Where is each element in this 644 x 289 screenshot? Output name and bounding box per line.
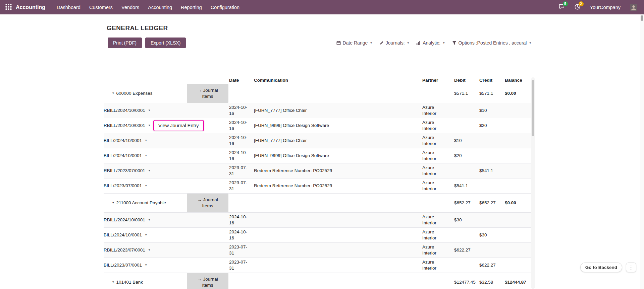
arrow-right-icon: → xyxy=(197,277,202,282)
menu-item-configuration[interactable]: Configuration xyxy=(211,5,239,10)
table-body: ▾ 600000 Expenses → Journal Items $571.1… xyxy=(104,84,531,289)
user-avatar[interactable] xyxy=(630,4,637,11)
entry-partner: Azure Interior xyxy=(422,229,448,241)
journals-filter-label: Journals: xyxy=(386,40,405,46)
entry-dropdown-caret-icon[interactable]: ▾ xyxy=(149,109,150,113)
collapse-caret-icon[interactable]: ▾ xyxy=(112,280,114,284)
entry-name[interactable]: RBILL/2024/10/0001 xyxy=(104,217,145,223)
entry-dropdown-caret-icon[interactable]: ▾ xyxy=(145,139,147,143)
entry-dropdown-caret-icon[interactable]: ▾ xyxy=(145,233,147,237)
print-pdf-button[interactable]: Print (PDF) xyxy=(108,38,142,48)
debit-amount: $30 xyxy=(454,217,479,223)
entry-communication: [FURN_9999] Office Design Software xyxy=(254,123,422,129)
messages-menu-button[interactable]: 5 xyxy=(558,4,565,11)
entry-name[interactable]: BILL/2024/10/0001 xyxy=(104,232,142,238)
page-scrollbar-thumb[interactable] xyxy=(641,15,643,21)
entry-partner: Azure Interior xyxy=(422,104,448,116)
entry-partner: Azure Interior xyxy=(422,214,448,226)
menu-item-vendors[interactable]: Vendors xyxy=(121,5,139,10)
chevron-down-icon: ▾ xyxy=(408,41,409,45)
entry-dropdown-caret-icon[interactable]: ▾ xyxy=(145,263,147,267)
journal-entry-row: RBILL/2024/10/0001 ▾ 2024-10-16 Azure In… xyxy=(104,213,531,228)
entry-partner: Azure Interior xyxy=(422,244,448,256)
entry-name[interactable]: RBILL/2024/10/0001 xyxy=(104,107,145,114)
journal-items-button[interactable]: → Journal Items xyxy=(187,273,228,289)
app-name[interactable]: Accounting xyxy=(16,4,45,10)
entry-dropdown-caret-icon[interactable]: ▾ xyxy=(149,169,150,173)
entry-name[interactable]: BILL/2024/10/0001 xyxy=(104,138,142,144)
journal-items-button[interactable]: → Journal Items xyxy=(187,194,228,212)
go-to-backend-button[interactable]: Go to Backend xyxy=(580,263,622,272)
apps-grid-icon xyxy=(5,4,12,11)
page-scrollbar[interactable] xyxy=(640,14,644,289)
journal-items-label: Journal Items xyxy=(202,197,218,208)
collapse-caret-icon[interactable]: ▾ xyxy=(112,91,114,95)
debit-amount: $622.27 xyxy=(454,247,479,253)
menu-item-accounting[interactable]: Accounting xyxy=(148,5,172,10)
entry-partner: Azure Interior xyxy=(422,259,448,271)
navbar-right: 5 2 YourCompany xyxy=(558,4,637,11)
funnel-icon xyxy=(452,41,457,45)
entry-name[interactable]: BILL/2023/07/0001 xyxy=(104,183,142,189)
entry-partner: Azure Interior xyxy=(422,135,448,146)
journal-entry-row: BILL/2023/07/0001 ▾ 2023-07-31 Azure Int… xyxy=(104,258,531,273)
analytic-filter[interactable]: Analytic: ▾ xyxy=(416,40,444,46)
entry-date: 2024-10-16 xyxy=(229,135,253,146)
options-filter[interactable]: Options :Posted Entries , accural ▾ xyxy=(452,40,531,46)
pencil-icon xyxy=(379,41,384,45)
date-range-filter-label: Date Range xyxy=(343,40,368,46)
company-name[interactable]: YourCompany xyxy=(590,5,621,10)
entry-date: 2023-07-31 xyxy=(229,180,253,192)
journal-entry-row: RBILL/2024/10/0001 ▾ 2024-10-16 [FURN_77… xyxy=(104,103,531,118)
collapse-caret-icon[interactable]: ▾ xyxy=(112,201,114,205)
arrow-right-icon: → xyxy=(197,197,202,202)
bar-chart-icon xyxy=(416,41,421,45)
view-journal-entry-button[interactable]: View Journal Entry xyxy=(153,120,204,131)
column-header-communication: Communication xyxy=(254,77,422,83)
account-row[interactable]: ▾ 600000 Expenses → Journal Items $571.1… xyxy=(104,84,531,103)
entry-communication: [FURN_9999] Office Design Software xyxy=(254,153,422,159)
menu-item-reporting[interactable]: Reporting xyxy=(181,5,202,10)
entry-dropdown-caret-icon[interactable]: ▾ xyxy=(149,124,150,128)
report-filters: Date Range ▾ Journals: ▾ Analytic: xyxy=(336,40,531,46)
export-xlsx-button[interactable]: Export (XLSX) xyxy=(145,38,186,48)
journal-items-button[interactable]: → Journal Items xyxy=(187,84,228,103)
column-header-date: Date xyxy=(229,77,254,83)
activities-menu-button[interactable]: 2 xyxy=(574,4,581,11)
floating-controls: Go to Backend ⋮ xyxy=(580,263,636,272)
more-options-button[interactable]: ⋮ xyxy=(626,263,636,272)
column-header-partner: Partner xyxy=(422,77,454,83)
table-scrollbar[interactable] xyxy=(531,77,535,289)
entry-name[interactable]: BILL/2024/10/0001 xyxy=(104,153,142,159)
menu-item-customers[interactable]: Customers xyxy=(89,5,113,10)
entry-name[interactable]: BILL/2023/07/0001 xyxy=(104,262,142,268)
entry-date: 2023-07-31 xyxy=(229,244,253,256)
entry-dropdown-caret-icon[interactable]: ▾ xyxy=(145,154,147,158)
entry-name[interactable]: RBILL/2023/07/0001 xyxy=(104,168,145,174)
account-name: 600000 Expenses xyxy=(116,90,153,96)
debit-amount: $652.27 xyxy=(454,200,479,206)
credit-amount: $30 xyxy=(479,232,505,238)
entry-name[interactable]: RBILL/2023/07/0001 xyxy=(104,247,145,253)
debit-amount: $10 xyxy=(454,138,479,144)
navbar-left: Accounting DashboardCustomersVendorsAcco… xyxy=(0,0,239,14)
date-range-filter[interactable]: Date Range ▾ xyxy=(336,40,372,46)
table-scrollbar-thumb[interactable] xyxy=(532,80,534,136)
entry-name[interactable]: RBILL/2024/10/0001 xyxy=(104,123,145,129)
journals-filter[interactable]: Journals: ▾ xyxy=(379,40,409,46)
entry-communication: Redeem Reference Number: PO02529 xyxy=(254,168,422,174)
credit-amount: $10 xyxy=(479,107,505,114)
journal-entry-row: BILL/2023/07/0001 ▾ 2023-07-31 Redeem Re… xyxy=(104,178,531,194)
entry-dropdown-caret-icon[interactable]: ▾ xyxy=(149,218,150,222)
entry-dropdown-caret-icon[interactable]: ▾ xyxy=(149,248,150,252)
account-row[interactable]: ▾ 211000 Account Payable → Journal Items… xyxy=(104,194,531,213)
column-header-balance: Balance xyxy=(505,77,531,83)
apps-menu-button[interactable] xyxy=(0,0,16,14)
journal-entry-row: RBILL/2024/10/0001 ▾ 2024-10-16 [FURN_99… xyxy=(104,118,531,133)
entry-dropdown-caret-icon[interactable]: ▾ xyxy=(145,184,147,188)
more-vertical-icon: ⋮ xyxy=(629,265,634,271)
export-buttons: Print (PDF) Export (XLSX) xyxy=(108,38,186,48)
menu-item-dashboard[interactable]: Dashboard xyxy=(57,5,80,10)
account-row[interactable]: ▾ 101401 Bank → Journal Items $12477.45 … xyxy=(104,273,531,289)
credit-amount: $20 xyxy=(479,123,505,129)
